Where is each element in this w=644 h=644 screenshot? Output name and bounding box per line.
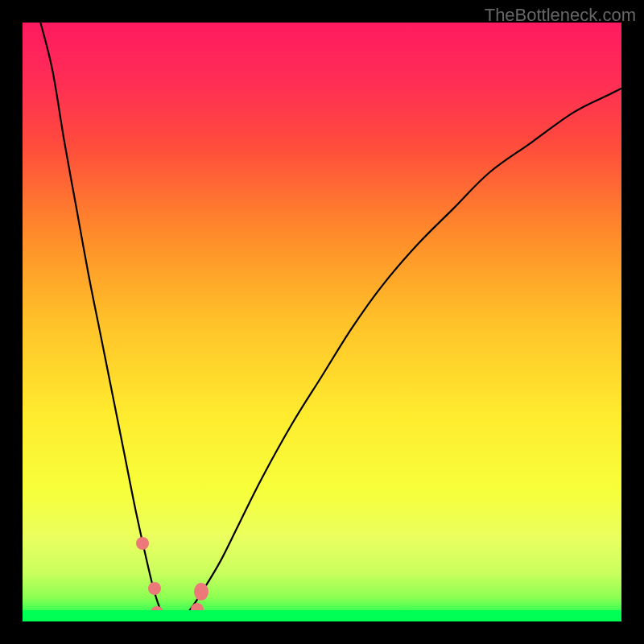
baseline-strip: [23, 610, 621, 621]
highlight-dot: [148, 582, 161, 595]
highlight-dot: [194, 583, 208, 601]
highlight-dot: [136, 537, 149, 550]
svg-rect-0: [23, 23, 621, 621]
gradient-background: [23, 23, 621, 621]
chart-area: [23, 23, 621, 621]
watermark-text: TheBottleneck.com: [485, 5, 636, 26]
